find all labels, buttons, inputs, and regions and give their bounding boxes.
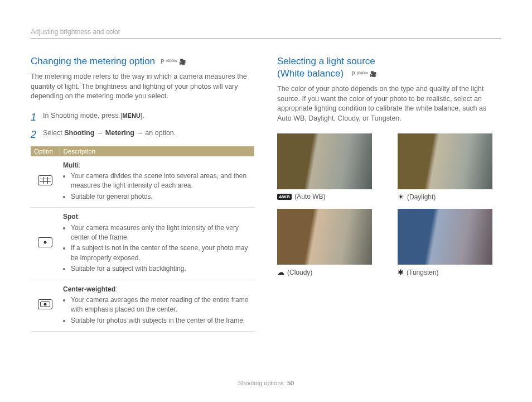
step-2: 2 Select Shooting → Metering → an option… [31,129,255,141]
wb-label-text: (Tungsten) [407,269,439,276]
running-header: Adjusting brightness and color [31,28,501,39]
cloud-icon: ☁ [277,268,284,276]
opt-bullet: Your camera averages the meter reading o… [71,295,252,315]
right-column: Selecting a light source (White balance)… [277,55,501,332]
step1-pre: In Shooting mode, press [ [43,112,122,119]
step2-b2: Metering [105,129,134,137]
step-text: Select Shooting → Metering → an option. [43,129,176,137]
wb-sample-image-cloudy [277,209,372,265]
table-row: Multi: Your camera divides the scene int… [31,156,255,208]
mode-icons: P ⁽ᴳ⁾ᴼᴵˢ 🎥 [351,70,376,78]
step2-b1: Shooting [64,129,94,137]
wb-sample: ☁ (Cloudy) [277,209,381,276]
tungsten-icon: ✱ [398,268,404,276]
step-text: In Shooting mode, press [MENU]. [43,112,144,119]
mode-icons: P ⁽ᴳ⁾ᴼᴵˢ 🎥 [161,58,186,65]
step-number: 2 [31,129,38,141]
step1-post: ]. [141,112,144,119]
content-columns: Changing the metering option P ⁽ᴳ⁾ᴼᴵˢ 🎥 … [31,55,501,332]
wb-label-text: (Daylight) [407,193,436,201]
section-title-metering: Changing the metering option P ⁽ᴳ⁾ᴼᴵˢ 🎥 [31,55,255,68]
opt-bullet: Your camera measures only the light inte… [71,223,252,243]
wb-sample-image-tungsten [398,209,492,265]
wb-label-text: (Cloudy) [287,269,312,276]
spot-metering-icon [38,237,52,247]
opt-bullet: Suitable for photos with subjects in the… [71,316,252,326]
th-option: Option [31,146,60,156]
page-number: 50 [287,380,294,386]
opt-bullet: Suitable for general photos. [71,192,252,202]
menu-button-label: MENU [122,112,140,119]
metering-options-table: Option Description Multi: Your camera di… [31,146,255,332]
mode-video-icon: 🎥 [179,58,186,65]
multi-metering-icon [38,175,52,185]
step-1: 1 In Shooting mode, press [MENU]. [31,112,255,123]
title-line1: Selecting a light source [277,55,376,68]
awb-icon: AWB [277,194,292,200]
mode-p-icon: P [161,58,165,65]
page-footer: Shooting options 50 [0,380,532,386]
wb-sample: ☀ (Daylight) [398,133,501,201]
step2-pre: Select [43,129,64,137]
mode-ois-icon: ⁽ᴳ⁾ᴼᴵˢ [357,70,368,78]
sun-icon: ☀ [398,193,404,201]
wb-label: ✱ (Tungsten) [398,268,501,276]
center-metering-icon [38,299,52,309]
wb-sample: ✱ (Tungsten) [398,209,501,276]
wb-label-text: (Auto WB) [294,193,325,200]
mode-ois-icon: ⁽ᴳ⁾ᴼᴵˢ [166,58,177,65]
section-title-wb: Selecting a light source (White balance)… [277,55,501,80]
opt-bullet: Suitable for a subject with backlighting… [71,264,252,274]
title-text: Changing the metering option [31,55,155,68]
wb-sample: AWB (Auto WB) [277,133,381,201]
step2-post: → an option. [134,129,176,137]
left-column: Changing the metering option P ⁽ᴳ⁾ᴼᴵˢ 🎥 … [31,55,255,332]
step2-arr1: → [94,129,105,137]
footer-section: Shooting options [238,380,284,386]
wb-label: ☁ (Cloudy) [277,268,381,276]
mode-p-icon: P [351,70,355,78]
opt-name: Multi [63,161,79,169]
opt-bullet: If a subject is not in the center of the… [71,243,252,263]
wb-label: ☀ (Daylight) [398,193,501,201]
table-row: Spot: Your camera measures only the ligh… [31,208,255,280]
wb-label: AWB (Auto WB) [277,193,381,200]
title-l2-text: (White balance) [277,68,344,79]
wb-intro: The color of your photo depends on the t… [277,84,501,123]
wb-sample-image-daylight [398,133,492,189]
opt-bullet: Your camera divides the scene into sever… [71,171,252,191]
opt-name: Spot [63,213,78,221]
wb-sample-image-auto [277,133,372,189]
step-number: 1 [31,112,38,123]
wb-samples-grid: AWB (Auto WB) ☀ (Daylight) ☁ (Cloudy) [277,133,501,276]
mode-video-icon: 🎥 [370,70,376,78]
table-row: Center-weighted: Your camera averages th… [31,280,255,332]
title-line2: (White balance) P ⁽ᴳ⁾ᴼᴵˢ 🎥 [277,68,376,80]
opt-name: Center-weighted [63,285,115,293]
metering-intro: The metering mode refers to the way in w… [31,72,255,102]
th-description: Description [60,146,255,156]
